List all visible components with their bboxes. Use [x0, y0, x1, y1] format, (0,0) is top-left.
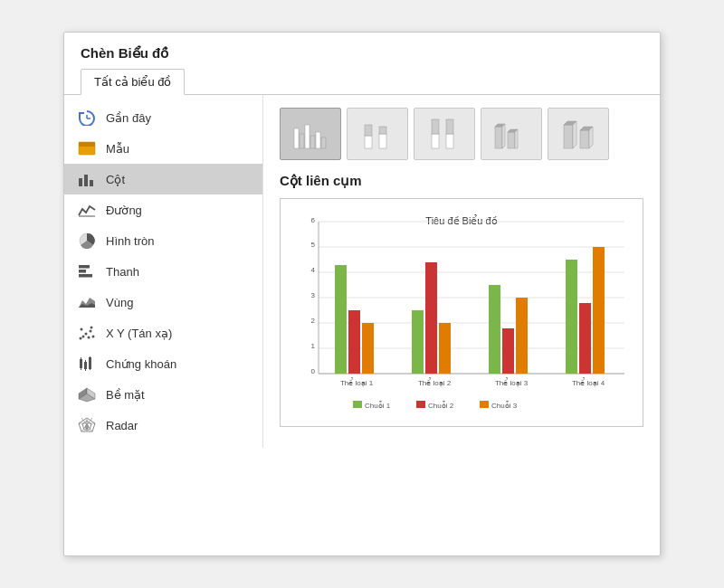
svg-rect-55 [495, 127, 502, 148]
sidebar-label-radar: Radar [106, 419, 138, 432]
sidebar-label-line: Đường [106, 204, 142, 217]
chart-type-label: Cột liên cụm [280, 173, 643, 189]
sidebar-item-line[interactable]: Đường [64, 194, 262, 225]
chart-subtype-row [280, 108, 643, 160]
sidebar-item-template[interactable]: Mẫu [64, 133, 262, 164]
svg-rect-50 [379, 127, 386, 134]
svg-text:4: 4 [311, 266, 316, 274]
svg-marker-60 [515, 129, 518, 148]
bar [502, 328, 514, 374]
svg-text:Thể loại 2: Thể loại 2 [418, 377, 452, 387]
sidebar-item-area[interactable]: Vùng [64, 287, 262, 318]
svg-rect-41 [294, 128, 299, 148]
svg-point-19 [88, 337, 90, 339]
svg-marker-57 [502, 124, 505, 148]
svg-rect-46 [321, 138, 326, 148]
svg-rect-3 [79, 142, 95, 147]
svg-point-18 [92, 336, 95, 338]
sidebar-label-surface: Bề mặt [106, 388, 145, 402]
svg-rect-23 [84, 362, 87, 369]
template-icon [77, 139, 97, 157]
sidebar-item-pie[interactable]: Hình tròn [64, 225, 262, 256]
recent-icon [77, 109, 97, 127]
svg-text:Chuỗi 2: Chuỗi 2 [428, 401, 454, 410]
bar [412, 310, 424, 374]
chart-content-area: Cột liên cụm Tiêu đề Biểu đồ 0 1 2 3 4 5… [263, 95, 660, 448]
svg-text:1: 1 [311, 342, 316, 350]
svg-point-16 [82, 336, 85, 338]
bar [566, 260, 577, 374]
bar [425, 262, 437, 374]
dialog-title: Chèn Biểu đồ [64, 33, 660, 69]
bar [362, 323, 374, 374]
subtype-stacked-column[interactable] [347, 108, 408, 160]
subtype-3d-stacked-column[interactable] [548, 108, 609, 160]
chart-svg: Tiêu đề Biểu đồ 0 1 2 3 4 5 6 [290, 206, 634, 414]
svg-rect-45 [316, 132, 320, 148]
scatter-icon [77, 324, 97, 342]
sidebar-item-stock[interactable]: Chứng khoán [64, 348, 262, 379]
svg-rect-9 [79, 265, 90, 269]
svg-text:2: 2 [311, 317, 316, 325]
svg-rect-4 [79, 178, 82, 186]
sidebar-label-bar: Thanh [106, 265, 139, 279]
svg-point-14 [81, 328, 83, 331]
dialog-body: Gần đây Mẫu [64, 95, 660, 448]
subtype-100-stacked-column[interactable] [414, 108, 475, 160]
subtype-clustered-column[interactable] [280, 108, 341, 160]
svg-marker-66 [589, 127, 593, 148]
sidebar-label-scatter: X Y (Tán xạ) [106, 327, 172, 340]
chart-type-sidebar: Gần đây Mẫu [64, 95, 263, 448]
svg-rect-48 [365, 125, 372, 136]
sidebar-item-radar[interactable]: Radar [64, 410, 262, 441]
sidebar-label-pie: Hình tròn [106, 234, 154, 248]
sidebar-item-scatter[interactable]: X Y (Tán xạ) [64, 318, 262, 348]
sidebar-item-column[interactable]: Cột [64, 164, 262, 194]
sidebar-item-bar[interactable]: Thanh [64, 256, 262, 287]
svg-text:6: 6 [311, 216, 316, 224]
svg-rect-6 [90, 180, 93, 186]
chart-title: Tiêu đề Biểu đồ [425, 214, 497, 226]
bar [335, 265, 347, 374]
svg-text:0: 0 [311, 367, 316, 375]
svg-point-21 [80, 337, 82, 340]
tab-all-charts[interactable]: Tất cả biểu đồ [81, 69, 185, 95]
svg-rect-11 [79, 274, 92, 278]
insert-chart-dialog: Chèn Biểu đồ Tất cả biểu đồ Gần đây [63, 32, 661, 556]
svg-point-17 [90, 330, 92, 333]
svg-text:Chuỗi 3: Chuỗi 3 [491, 401, 518, 410]
svg-rect-47 [365, 136, 372, 148]
svg-text:5: 5 [311, 241, 316, 249]
svg-rect-64 [580, 130, 589, 148]
svg-rect-49 [379, 134, 386, 148]
svg-rect-42 [300, 134, 304, 148]
svg-text:Thể loại 1: Thể loại 1 [340, 377, 374, 387]
radar-icon [77, 416, 97, 434]
bar [579, 303, 591, 374]
pie-icon [77, 232, 97, 250]
svg-text:3: 3 [311, 291, 316, 299]
sidebar-label-template: Mẫu [106, 142, 129, 156]
bar [593, 247, 605, 374]
svg-rect-89 [416, 401, 425, 408]
svg-rect-44 [310, 136, 315, 148]
svg-rect-87 [353, 401, 362, 408]
sidebar-item-recent[interactable]: Gần đây [64, 102, 262, 133]
svg-point-20 [90, 327, 93, 329]
column-icon [77, 170, 97, 188]
svg-text:Chuỗi 1: Chuỗi 1 [365, 401, 391, 410]
svg-rect-43 [305, 125, 310, 148]
stock-icon [77, 355, 97, 373]
bar-icon [77, 262, 97, 280]
sidebar-label-recent: Gần đây [106, 111, 151, 125]
svg-rect-53 [446, 134, 453, 148]
bar [348, 310, 360, 374]
svg-point-15 [85, 333, 88, 336]
sidebar-item-surface[interactable]: Bề mặt [64, 379, 262, 410]
svg-marker-63 [573, 121, 576, 148]
svg-text:Thể loại 3: Thể loại 3 [495, 377, 529, 387]
tab-bar: Tất cả biểu đồ [64, 69, 660, 95]
chart-preview: Tiêu đề Biểu đồ 0 1 2 3 4 5 6 [280, 198, 643, 427]
sidebar-label-stock: Chứng khoán [106, 357, 176, 371]
subtype-3d-clustered-column[interactable] [481, 108, 542, 160]
